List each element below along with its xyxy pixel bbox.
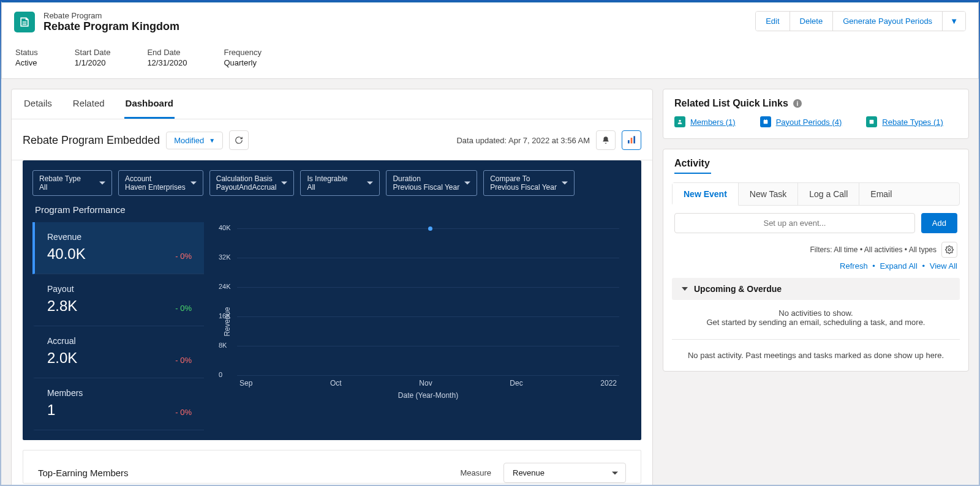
field-frequency-value: Quarterly: [224, 58, 261, 67]
kpi-members[interactable]: Members 1 - 0%: [32, 378, 204, 430]
chevron-down-icon: [682, 287, 688, 291]
data-point-nov: [428, 226, 432, 231]
link-rebate-types[interactable]: Rebate Types (1): [882, 118, 943, 127]
svg-rect-0: [628, 140, 630, 143]
svg-point-8: [948, 249, 951, 251]
filter-account[interactable]: Account Haven Enterprises: [118, 170, 203, 196]
past-activity-text: No past activity. Past meetings and task…: [672, 339, 960, 371]
kpi-payout[interactable]: Payout 2.8K - 0%: [32, 274, 204, 326]
link-view-all[interactable]: View All: [930, 261, 957, 271]
delete-button[interactable]: Delete: [790, 12, 834, 31]
event-input[interactable]: [674, 213, 915, 233]
svg-rect-4: [763, 120, 767, 124]
add-button[interactable]: Add: [921, 213, 957, 233]
subtab-new-event[interactable]: New Event: [673, 183, 739, 206]
measure-label: Measure: [460, 468, 491, 477]
page-title: Rebate Program Kingdom: [43, 20, 179, 33]
payout-periods-icon: [760, 116, 771, 127]
field-end-date-label: End Date: [147, 48, 187, 57]
program-performance-title: Program Performance: [35, 204, 631, 215]
info-icon: i: [793, 99, 802, 108]
field-frequency-label: Frequency: [224, 48, 261, 57]
subtab-email[interactable]: Email: [859, 183, 903, 205]
tab-dashboard[interactable]: Dashboard: [124, 89, 175, 119]
svg-rect-2: [633, 136, 635, 143]
field-end-date-value: 12/31/2020: [147, 58, 187, 67]
data-updated-text: Data updated: Apr 7, 2022 at 3:56 AM: [456, 136, 590, 145]
field-start-date-label: Start Date: [75, 48, 111, 57]
svg-rect-6: [766, 119, 767, 121]
gear-icon[interactable]: [941, 242, 957, 258]
bell-icon[interactable]: [596, 130, 616, 150]
svg-rect-5: [764, 119, 765, 121]
filter-compare-to[interactable]: Compare To Previous Fiscal Year: [483, 170, 575, 196]
refresh-icon[interactable]: [229, 130, 249, 150]
field-status-value: Active: [15, 58, 38, 67]
kpi-revenue[interactable]: Revenue 40.0K - 0%: [32, 222, 204, 274]
link-expand-all[interactable]: Expand All: [880, 261, 917, 271]
top-earning-title: Top-Earning Members: [38, 468, 129, 478]
filter-duration[interactable]: Duration Previous Fiscal Year: [386, 170, 477, 196]
no-activity-line1: No activities to show.: [678, 308, 954, 318]
tab-details[interactable]: Details: [23, 89, 53, 119]
measure-select[interactable]: Revenue: [503, 463, 626, 483]
field-start-date-value: 1/1/2020: [75, 58, 111, 67]
filter-integrable[interactable]: Is Integrable All: [300, 170, 380, 196]
svg-rect-7: [870, 120, 874, 124]
record-icon: [14, 12, 35, 32]
more-actions-button[interactable]: ▼: [943, 12, 965, 31]
filter-rebate-type[interactable]: Rebate Type All: [32, 170, 112, 196]
chart-x-axis-label: Date (Year-Month): [237, 391, 619, 400]
object-label: Rebate Program: [43, 11, 179, 20]
chart-icon[interactable]: [622, 130, 641, 150]
generate-payout-periods-button[interactable]: Generate Payout Periods: [833, 12, 943, 31]
edit-button[interactable]: Edit: [756, 12, 790, 31]
no-activity-line2: Get started by sending an email, schedul…: [678, 318, 954, 327]
dashboard-title: Rebate Program Embedded: [23, 134, 160, 147]
field-status-label: Status: [15, 48, 38, 57]
rebate-types-icon: [866, 116, 877, 127]
related-links-title: Related List Quick Links: [674, 98, 788, 109]
kpi-accrual[interactable]: Accrual 2.0K - 0%: [32, 326, 204, 378]
subtab-new-task[interactable]: New Task: [739, 183, 798, 205]
svg-point-3: [679, 120, 680, 122]
link-refresh[interactable]: Refresh: [840, 261, 868, 271]
activity-filters-text: Filters: All time • All activities • All…: [810, 245, 937, 254]
filter-calc-basis[interactable]: Calculation Basis PayoutAndAccrual: [209, 170, 295, 196]
link-members[interactable]: Members (1): [690, 118, 736, 127]
dashboard-mode-dropdown[interactable]: Modified ▼: [166, 132, 223, 149]
svg-rect-1: [631, 138, 633, 143]
upcoming-overdue-toggle[interactable]: Upcoming & Overdue: [672, 278, 960, 300]
revenue-chart: Revenue 40K 32K 24K 16K 8K 0 Sep O: [216, 222, 631, 430]
activity-title: Activity: [663, 149, 968, 169]
members-icon: [674, 116, 685, 127]
link-payout-periods[interactable]: Payout Periods (4): [776, 118, 842, 127]
chart-y-axis-label: Revenue: [223, 307, 232, 337]
subtab-log-call[interactable]: Log a Call: [798, 183, 859, 205]
tab-related[interactable]: Related: [72, 89, 106, 119]
